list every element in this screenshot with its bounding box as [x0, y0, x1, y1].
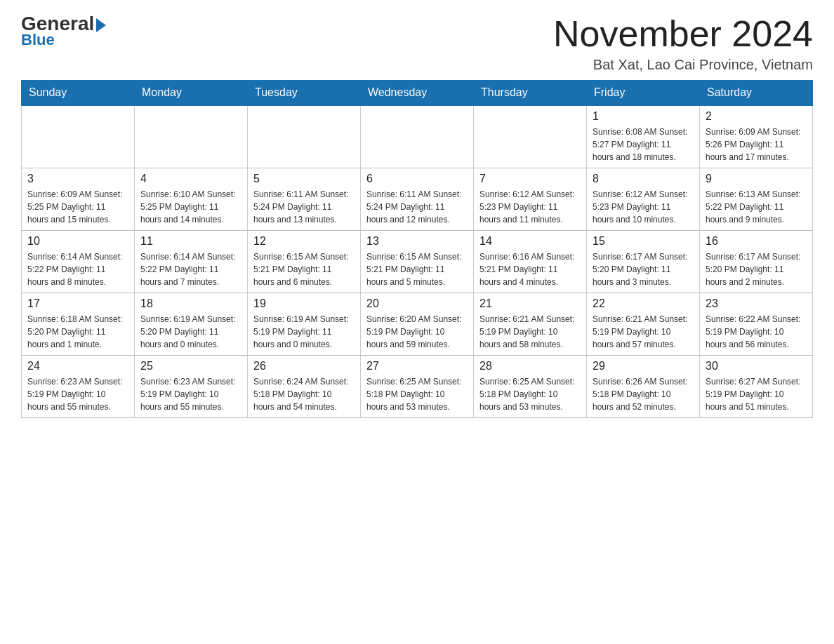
week-row-1: 1Sunrise: 6:08 AM Sunset: 5:27 PM Daylig… — [22, 105, 813, 168]
weekday-header-thursday: Thursday — [474, 81, 587, 106]
calendar-cell: 4Sunrise: 6:10 AM Sunset: 5:25 PM Daylig… — [135, 168, 248, 231]
day-number: 23 — [706, 297, 807, 310]
day-info: Sunrise: 6:23 AM Sunset: 5:19 PM Dayligh… — [27, 375, 128, 413]
day-info: Sunrise: 6:18 AM Sunset: 5:20 PM Dayligh… — [27, 313, 128, 351]
logo: General Blue — [21, 14, 106, 49]
day-info: Sunrise: 6:12 AM Sunset: 5:23 PM Dayligh… — [479, 188, 581, 226]
day-number: 22 — [593, 297, 694, 310]
day-info: Sunrise: 6:17 AM Sunset: 5:20 PM Dayligh… — [706, 250, 807, 288]
calendar-cell — [474, 105, 587, 168]
calendar-cell: 25Sunrise: 6:23 AM Sunset: 5:19 PM Dayli… — [135, 356, 248, 418]
day-number: 19 — [253, 297, 355, 310]
calendar-cell: 3Sunrise: 6:09 AM Sunset: 5:25 PM Daylig… — [22, 168, 135, 231]
day-info: Sunrise: 6:11 AM Sunset: 5:24 PM Dayligh… — [253, 188, 355, 226]
calendar-cell: 21Sunrise: 6:21 AM Sunset: 5:19 PM Dayli… — [474, 293, 587, 356]
calendar-cell: 2Sunrise: 6:09 AM Sunset: 5:26 PM Daylig… — [700, 105, 813, 168]
day-number: 9 — [706, 173, 807, 185]
day-info: Sunrise: 6:11 AM Sunset: 5:24 PM Dayligh… — [366, 188, 468, 226]
weekday-header-friday: Friday — [587, 81, 700, 106]
day-info: Sunrise: 6:26 AM Sunset: 5:18 PM Dayligh… — [593, 375, 694, 413]
day-number: 8 — [593, 173, 694, 185]
week-row-4: 17Sunrise: 6:18 AM Sunset: 5:20 PM Dayli… — [22, 293, 813, 356]
calendar-cell: 6Sunrise: 6:11 AM Sunset: 5:24 PM Daylig… — [361, 168, 474, 231]
calendar-cell: 27Sunrise: 6:25 AM Sunset: 5:18 PM Dayli… — [361, 356, 474, 418]
day-info: Sunrise: 6:16 AM Sunset: 5:21 PM Dayligh… — [479, 250, 581, 288]
day-info: Sunrise: 6:23 AM Sunset: 5:19 PM Dayligh… — [140, 375, 241, 413]
calendar: SundayMondayTuesdayWednesdayThursdayFrid… — [21, 80, 813, 418]
calendar-cell: 22Sunrise: 6:21 AM Sunset: 5:19 PM Dayli… — [587, 293, 700, 356]
day-info: Sunrise: 6:14 AM Sunset: 5:22 PM Dayligh… — [140, 250, 241, 288]
day-info: Sunrise: 6:08 AM Sunset: 5:27 PM Dayligh… — [593, 126, 694, 163]
day-number: 13 — [366, 235, 468, 248]
calendar-cell: 9Sunrise: 6:13 AM Sunset: 5:22 PM Daylig… — [700, 168, 813, 231]
header: General Blue November 2024 Bat Xat, Lao … — [21, 14, 813, 73]
calendar-cell: 5Sunrise: 6:11 AM Sunset: 5:24 PM Daylig… — [248, 168, 361, 231]
day-number: 24 — [27, 360, 128, 373]
weekday-header-saturday: Saturday — [700, 81, 813, 106]
calendar-cell — [361, 105, 474, 168]
day-number: 11 — [140, 235, 241, 248]
day-number: 29 — [593, 360, 694, 373]
calendar-cell: 8Sunrise: 6:12 AM Sunset: 5:23 PM Daylig… — [587, 168, 700, 231]
weekday-header-row: SundayMondayTuesdayWednesdayThursdayFrid… — [22, 81, 813, 106]
weekday-header-wednesday: Wednesday — [361, 81, 474, 106]
calendar-cell: 26Sunrise: 6:24 AM Sunset: 5:18 PM Dayli… — [248, 356, 361, 418]
day-info: Sunrise: 6:13 AM Sunset: 5:22 PM Dayligh… — [706, 188, 807, 226]
week-row-5: 24Sunrise: 6:23 AM Sunset: 5:19 PM Dayli… — [22, 356, 813, 418]
calendar-cell: 17Sunrise: 6:18 AM Sunset: 5:20 PM Dayli… — [22, 293, 135, 356]
day-info: Sunrise: 6:22 AM Sunset: 5:19 PM Dayligh… — [706, 313, 807, 351]
calendar-cell: 30Sunrise: 6:27 AM Sunset: 5:19 PM Dayli… — [700, 356, 813, 418]
calendar-cell: 14Sunrise: 6:16 AM Sunset: 5:21 PM Dayli… — [474, 231, 587, 293]
calendar-cell — [135, 105, 248, 168]
day-number: 5 — [253, 173, 355, 185]
day-number: 17 — [27, 297, 128, 310]
calendar-cell: 18Sunrise: 6:19 AM Sunset: 5:20 PM Dayli… — [135, 293, 248, 356]
day-info: Sunrise: 6:19 AM Sunset: 5:19 PM Dayligh… — [253, 313, 355, 351]
day-info: Sunrise: 6:10 AM Sunset: 5:25 PM Dayligh… — [140, 188, 241, 226]
week-row-2: 3Sunrise: 6:09 AM Sunset: 5:25 PM Daylig… — [22, 168, 813, 231]
month-title: November 2024 — [553, 14, 813, 54]
day-number: 15 — [593, 235, 694, 248]
calendar-cell: 28Sunrise: 6:25 AM Sunset: 5:18 PM Dayli… — [474, 356, 587, 418]
day-number: 6 — [366, 173, 468, 185]
day-info: Sunrise: 6:12 AM Sunset: 5:23 PM Dayligh… — [593, 188, 694, 226]
day-number: 18 — [140, 297, 241, 310]
day-number: 2 — [706, 110, 807, 123]
day-number: 21 — [479, 297, 581, 310]
day-number: 14 — [479, 235, 581, 248]
day-info: Sunrise: 6:25 AM Sunset: 5:18 PM Dayligh… — [479, 375, 581, 413]
weekday-header-tuesday: Tuesday — [248, 81, 361, 106]
day-number: 30 — [706, 360, 807, 373]
day-info: Sunrise: 6:25 AM Sunset: 5:18 PM Dayligh… — [366, 375, 468, 413]
day-info: Sunrise: 6:21 AM Sunset: 5:19 PM Dayligh… — [479, 313, 581, 351]
weekday-header-monday: Monday — [135, 81, 248, 106]
day-info: Sunrise: 6:09 AM Sunset: 5:26 PM Dayligh… — [706, 126, 807, 163]
day-number: 20 — [366, 297, 468, 310]
calendar-cell: 24Sunrise: 6:23 AM Sunset: 5:19 PM Dayli… — [22, 356, 135, 418]
calendar-cell: 15Sunrise: 6:17 AM Sunset: 5:20 PM Dayli… — [587, 231, 700, 293]
day-number: 1 — [593, 110, 694, 123]
day-info: Sunrise: 6:21 AM Sunset: 5:19 PM Dayligh… — [593, 313, 694, 351]
day-info: Sunrise: 6:09 AM Sunset: 5:25 PM Dayligh… — [27, 188, 128, 226]
day-number: 16 — [706, 235, 807, 248]
week-row-3: 10Sunrise: 6:14 AM Sunset: 5:22 PM Dayli… — [22, 231, 813, 293]
calendar-cell: 20Sunrise: 6:20 AM Sunset: 5:19 PM Dayli… — [361, 293, 474, 356]
title-area: November 2024 Bat Xat, Lao Cai Province,… — [553, 14, 813, 73]
day-number: 7 — [479, 173, 581, 185]
calendar-cell: 19Sunrise: 6:19 AM Sunset: 5:19 PM Dayli… — [248, 293, 361, 356]
calendar-cell: 1Sunrise: 6:08 AM Sunset: 5:27 PM Daylig… — [587, 105, 700, 168]
subtitle: Bat Xat, Lao Cai Province, Vietnam — [553, 57, 813, 73]
day-info: Sunrise: 6:15 AM Sunset: 5:21 PM Dayligh… — [253, 250, 355, 288]
calendar-cell — [248, 105, 361, 168]
calendar-cell: 12Sunrise: 6:15 AM Sunset: 5:21 PM Dayli… — [248, 231, 361, 293]
calendar-cell: 23Sunrise: 6:22 AM Sunset: 5:19 PM Dayli… — [700, 293, 813, 356]
day-number: 12 — [253, 235, 355, 248]
calendar-cell: 13Sunrise: 6:15 AM Sunset: 5:21 PM Dayli… — [361, 231, 474, 293]
day-number: 28 — [479, 360, 581, 373]
day-info: Sunrise: 6:20 AM Sunset: 5:19 PM Dayligh… — [366, 313, 468, 351]
calendar-cell: 29Sunrise: 6:26 AM Sunset: 5:18 PM Dayli… — [587, 356, 700, 418]
weekday-header-sunday: Sunday — [22, 81, 135, 106]
day-info: Sunrise: 6:27 AM Sunset: 5:19 PM Dayligh… — [706, 375, 807, 413]
day-number: 10 — [27, 235, 128, 248]
day-number: 25 — [140, 360, 241, 373]
